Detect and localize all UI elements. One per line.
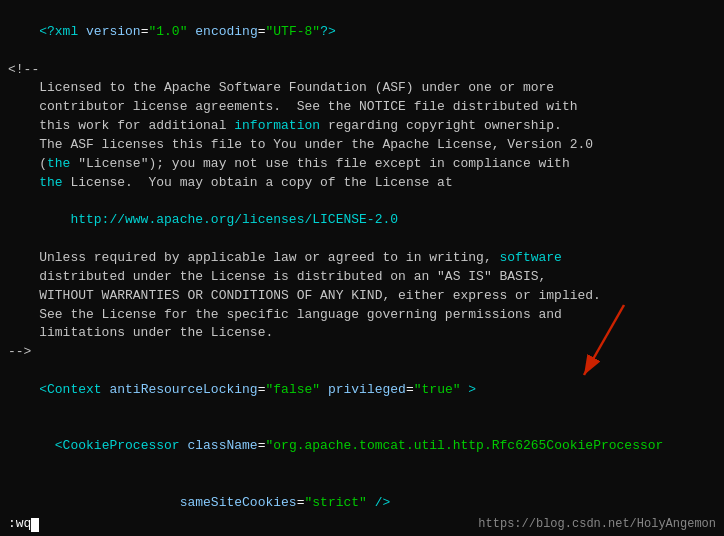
code-editor: <?xml version="1.0" encoding="UTF-8"?> <…: [0, 0, 724, 536]
line-comment-open: <!--: [8, 61, 716, 80]
command-input[interactable]: :wq: [8, 515, 39, 534]
line-comment-8: distributed under the License is distrib…: [8, 268, 716, 287]
line-context: <Context antiResourceLocking="false" pri…: [8, 362, 716, 419]
cursor: [31, 518, 39, 532]
line-comment-9: WITHOUT WARRANTIES OR CONDITIONS OF ANY …: [8, 287, 716, 306]
line-blank-2: [8, 230, 716, 249]
line-cookie-processor: <CookieProcessor className="org.apache.t…: [8, 419, 716, 476]
line-comment-11: limitations under the License.: [8, 324, 716, 343]
line-comment-5: (the "License"); you may not use this fi…: [8, 155, 716, 174]
line-comment-2: contributor license agreements. See the …: [8, 98, 716, 117]
line-blank-1: [8, 192, 716, 211]
line-comment-4: The ASF licenses this file to You under …: [8, 136, 716, 155]
line-comment-1: Licensed to the Apache Software Foundati…: [8, 79, 716, 98]
line-comment-10: See the License for the specific languag…: [8, 306, 716, 325]
line-xml-decl: <?xml version="1.0" encoding="UTF-8"?>: [8, 4, 716, 61]
website-url: https://blog.csdn.net/HolyAngemon: [478, 516, 716, 533]
line-comment-7: Unless required by applicable law or agr…: [8, 249, 716, 268]
line-comment-6: the License. You may obtain a copy of th…: [8, 174, 716, 193]
line-url: http://www.apache.org/licenses/LICENSE-2…: [8, 211, 716, 230]
bottom-bar: :wq https://blog.csdn.net/HolyAngemon: [0, 513, 724, 536]
line-comment-close: -->: [8, 343, 716, 362]
line-comment-3: this work for additional information reg…: [8, 117, 716, 136]
command-text: :wq: [8, 515, 31, 534]
